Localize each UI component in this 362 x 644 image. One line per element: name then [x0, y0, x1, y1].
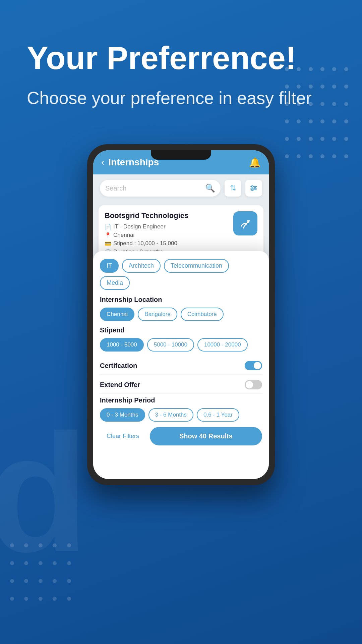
certification-toggle[interactable]	[245, 361, 262, 370]
category-tag-it[interactable]: IT	[100, 259, 119, 273]
back-icon[interactable]: ‹	[101, 157, 104, 168]
search-placeholder: Search	[105, 184, 205, 192]
location-chennai[interactable]: Chennai	[100, 308, 134, 321]
role-icon-1: 📄	[105, 224, 111, 230]
bell-icon[interactable]: 🔔	[249, 157, 261, 168]
stipend-1000-5000[interactable]: 1000 - 5000	[100, 338, 144, 352]
sort-icon[interactable]: ⇅	[225, 180, 241, 197]
location-options-row: Chennai Bangalore Coimbatore	[100, 308, 262, 321]
filter-icon[interactable]	[245, 180, 262, 197]
certification-label: Certifcation	[100, 362, 137, 370]
svg-point-6	[247, 220, 249, 223]
stipend-title: Stipend	[100, 326, 262, 334]
extend-offer-row: Extend Offer	[100, 376, 262, 394]
category-tag-media[interactable]: Media	[100, 276, 130, 290]
search-section: Search 🔍 ⇅	[93, 174, 269, 202]
search-bar[interactable]: Search 🔍	[100, 180, 221, 197]
job-role-1: 📄 IT - Design Engineer	[105, 223, 229, 230]
category-tags-row: IT Architech Telecommunication Media	[100, 259, 262, 290]
extend-offer-toggle[interactable]	[245, 380, 262, 389]
company-logo-1	[233, 211, 257, 235]
bottom-buttons: Clear Filters Show 40 Results	[100, 427, 262, 445]
location-bangalore[interactable]: Bangalore	[138, 308, 177, 321]
header-section: Your Preferrence! Choose your preference…	[27, 40, 335, 110]
period-0-1-year[interactable]: 0.6 - 1 Year	[197, 408, 239, 422]
show-results-button[interactable]: Show 40 Results	[150, 427, 262, 445]
phone-inner: ‹ Internships 🔔 Search 🔍 ⇅	[93, 150, 269, 479]
stipend-icon-1: 💳	[105, 240, 111, 247]
main-title: Your Preferrence!	[27, 40, 335, 76]
category-tag-telecom[interactable]: Telecommunication	[164, 259, 229, 273]
svg-point-5	[252, 189, 253, 191]
phone-outer: ‹ Internships 🔔 Search 🔍 ⇅	[87, 144, 275, 485]
location-icon-1: 📍	[105, 232, 111, 238]
period-3-6[interactable]: 3 - 6 Months	[148, 408, 194, 422]
period-title: Internship Period	[100, 396, 262, 404]
svg-point-4	[254, 187, 256, 189]
certification-row: Certifcation	[100, 357, 262, 375]
company-name-1: Bootsgrid Technologies	[105, 211, 229, 220]
sub-title: Choose your preference in easy filter	[27, 86, 335, 110]
location-coimbatore[interactable]: Coimbatore	[181, 308, 224, 321]
job-stipend-1: 💳 Stipend : 10,000 - 15,000	[105, 240, 229, 247]
job-card-1-info: Bootsgrid Technologies 📄 IT - Design Eng…	[105, 211, 229, 257]
job-location-1: 📍 Chennai	[105, 232, 229, 238]
phone-mockup: ‹ Internships 🔔 Search 🔍 ⇅	[87, 144, 275, 485]
svg-point-3	[252, 186, 253, 187]
stipend-10000-20000[interactable]: 10000 - 20000	[197, 338, 248, 352]
location-title: Internship Location	[100, 296, 262, 304]
stipend-options-row: 1000 - 5000 5000 - 10000 10000 - 20000	[100, 338, 262, 352]
category-tag-architech[interactable]: Architech	[122, 259, 161, 273]
period-0-3[interactable]: 0 - 3 Months	[100, 408, 145, 422]
filter-overlay: IT Architech Telecommunication Media Int…	[93, 251, 269, 479]
clear-filters-button[interactable]: Clear Filters	[100, 428, 146, 444]
extend-offer-label: Extend Offer	[100, 381, 140, 389]
period-options-row: 0 - 3 Months 3 - 6 Months 0.6 - 1 Year	[100, 408, 262, 422]
phone-notch	[151, 150, 211, 160]
stipend-5000-10000[interactable]: 5000 - 10000	[147, 338, 194, 352]
search-icon: 🔍	[205, 183, 215, 193]
